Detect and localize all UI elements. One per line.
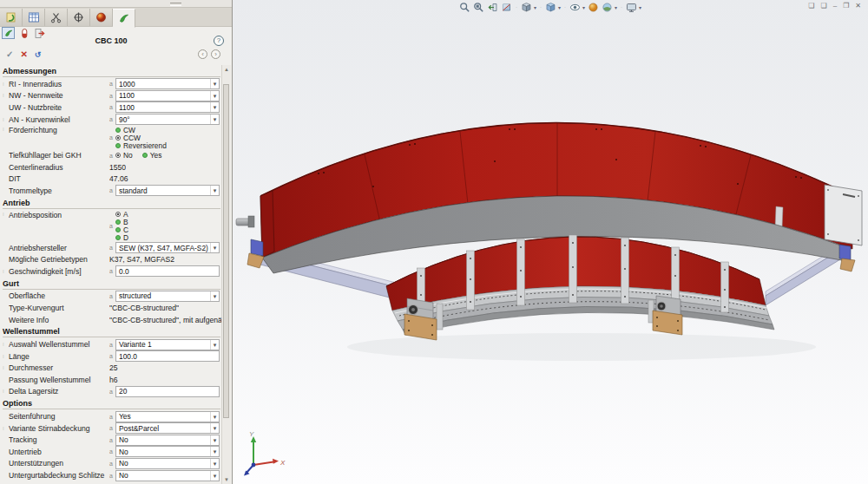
dropdown-arrow-icon[interactable]: ▾	[210, 471, 219, 481]
param-control: a20	[109, 386, 222, 397]
doc-window-icon[interactable]: ❏	[821, 1, 827, 11]
param-select[interactable]: No▾	[115, 446, 220, 457]
radio-label: Yes	[150, 151, 162, 160]
crosshair-icon	[72, 10, 86, 24]
tab-dimxpert[interactable]	[68, 9, 90, 26]
radio-option[interactable]: D	[115, 234, 128, 242]
radio-icon[interactable]	[115, 143, 121, 148]
view-settings-icon[interactable]	[626, 2, 637, 13]
view-orientation-icon[interactable]	[521, 2, 532, 13]
dropdown-arrow-icon[interactable]: ▾	[558, 4, 561, 10]
radio-selected-icon[interactable]	[115, 153, 121, 158]
drive-unit-right[interactable]	[648, 296, 682, 335]
edit-appearance-icon[interactable]	[588, 2, 599, 13]
scrollbar-thumb[interactable]	[223, 84, 229, 418]
radio-icon[interactable]	[142, 153, 148, 158]
doc-window-icon[interactable]: ❏	[808, 1, 814, 11]
section-view-icon[interactable]	[501, 2, 512, 13]
param-select[interactable]: 1100▾	[115, 101, 220, 113]
param-flag-icon: ⁞	[3, 92, 9, 99]
section-header: Options	[3, 398, 220, 409]
tab-feature-manager[interactable]	[0, 9, 23, 26]
anchor-icon: a	[109, 473, 115, 479]
param-select[interactable]: No▾	[115, 458, 220, 469]
radio-icon[interactable]	[115, 219, 121, 225]
dropdown-arrow-icon[interactable]: ▾	[210, 114, 219, 124]
dropdown-arrow-icon[interactable]: ▾	[210, 423, 219, 433]
confirm-button[interactable]: ✓	[6, 49, 13, 61]
param-select[interactable]: No▾	[115, 435, 220, 446]
radio-option[interactable]: Yes	[142, 152, 162, 160]
shaft-stub[interactable]	[236, 216, 254, 227]
dropdown-arrow-icon[interactable]: ▾	[210, 102, 219, 112]
cancel-button[interactable]: ✕	[20, 49, 27, 61]
radio-option[interactable]: No	[115, 152, 133, 160]
tab-configurator[interactable]	[113, 9, 135, 28]
radio-icon[interactable]	[115, 128, 121, 133]
dropdown-arrow-icon[interactable]: ▾	[210, 91, 219, 101]
apply-scene-icon[interactable]	[602, 2, 613, 13]
zoom-to-area-icon[interactable]	[473, 2, 484, 13]
param-control: a100.0	[109, 350, 222, 362]
radio-icon[interactable]	[115, 227, 121, 232]
param-input[interactable]: 20	[115, 386, 220, 397]
param-select[interactable]: No▾	[115, 470, 220, 481]
conveyor-3d-model[interactable]: Y X	[234, 0, 868, 484]
param-input[interactable]: 100.0	[115, 350, 220, 362]
dropdown-arrow-icon[interactable]: ▾	[534, 4, 536, 10]
dropdown-arrow-icon[interactable]: ▾	[210, 459, 219, 468]
next-button[interactable]: ›	[211, 49, 220, 59]
prev-button[interactable]: ‹	[198, 49, 207, 59]
radio-option[interactable]: Reversierend	[115, 141, 167, 149]
param-row: Untergurtabdeckung SchlitzeaNo▾	[0, 469, 222, 481]
drive-unit-left[interactable]	[404, 298, 443, 340]
dropdown-arrow-icon[interactable]: ▾	[210, 412, 219, 422]
scroll-down-icon[interactable]: ▼	[222, 477, 231, 482]
param-label: NW - Nennweite	[9, 91, 109, 100]
hide-show-items-icon[interactable]	[569, 2, 581, 13]
tab-configuration[interactable]	[45, 9, 68, 26]
param-value: Yes	[116, 412, 210, 421]
param-select[interactable]: 90°▾	[115, 114, 220, 125]
anchor-icon: a	[109, 293, 115, 299]
tab-display-manager[interactable]	[90, 9, 113, 26]
dropdown-arrow-icon[interactable]: ▾	[210, 447, 219, 456]
radio-selected-icon[interactable]	[115, 135, 121, 141]
param-select[interactable]: SEW (K37, S47, MGFA-S2)▾	[115, 242, 220, 253]
dropdown-arrow-icon[interactable]: ▾	[582, 4, 585, 10]
param-select[interactable]: Variante 1▾	[115, 339, 220, 350]
graphics-area[interactable]: Y X · ▾ · ▾ · ▾ ▾ · ▾ ❏ ❏ – ❐ ✕	[233, 0, 868, 484]
dropdown-arrow-icon[interactable]: ▾	[210, 186, 219, 195]
dropdown-arrow-icon[interactable]: ▾	[210, 243, 219, 252]
dropdown-arrow-icon[interactable]: ▾	[615, 4, 617, 10]
panel-tabs	[0, 8, 232, 27]
display-style-icon[interactable]	[545, 2, 556, 13]
dropdown-arrow-icon[interactable]: ▾	[210, 435, 219, 445]
param-select[interactable]: Post&Parcel▾	[115, 422, 220, 434]
dropdown-arrow-icon[interactable]: ▾	[210, 340, 219, 350]
tab-table[interactable]	[23, 9, 45, 26]
undo-button[interactable]: ↺	[35, 49, 42, 61]
param-input[interactable]: 0.0	[115, 265, 220, 277]
param-select[interactable]: structured▾	[115, 291, 220, 302]
param-row: Passung Wellenstummelh6	[0, 374, 222, 386]
minimize-button[interactable]: –	[833, 1, 837, 11]
dropdown-arrow-icon[interactable]: ▾	[210, 79, 219, 88]
scroll-up-icon[interactable]: ▲	[222, 67, 231, 72]
dropdown-arrow-icon[interactable]: ▾	[639, 4, 641, 10]
param-select[interactable]: Yes▾	[115, 411, 220, 422]
radio-icon[interactable]	[115, 235, 121, 240]
zoom-to-fit-icon[interactable]	[459, 2, 470, 13]
panel-scrollbar[interactable]: ▲ ▼	[221, 65, 231, 484]
param-static-value: "CBC-CB-structured", mit aufgenähter und…	[109, 316, 222, 324]
dropdown-arrow-icon[interactable]: ▾	[210, 291, 219, 301]
param-select[interactable]: standard▾	[115, 185, 220, 196]
param-select[interactable]: 1000▾	[115, 78, 220, 89]
previous-view-icon[interactable]	[487, 2, 498, 13]
param-select[interactable]: 1100▾	[115, 90, 220, 101]
restore-button[interactable]: ❐	[843, 1, 849, 11]
help-button[interactable]: ?	[214, 36, 224, 46]
splitter-grip[interactable]	[170, 3, 181, 6]
radio-selected-icon[interactable]	[115, 212, 121, 217]
close-button[interactable]: ✕	[855, 1, 861, 11]
